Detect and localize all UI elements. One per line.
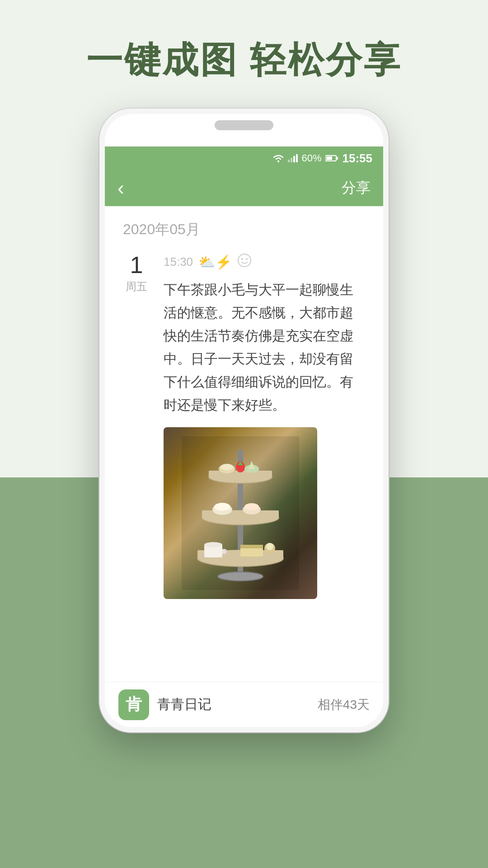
entry-meta: 15:30 ⛅⚡ <box>164 253 365 271</box>
svg-point-9 <box>241 258 243 260</box>
date-number: 1 <box>123 253 150 277</box>
footer-days: 相伴43天 <box>318 696 370 713</box>
status-time: 15:55 <box>343 151 373 165</box>
app-logo-char: 肯 <box>126 693 142 716</box>
app-screen: 60% 15:55 ‹ 分享 2020年05月 <box>105 146 383 727</box>
svg-point-0 <box>277 160 279 162</box>
battery-icon <box>325 155 338 162</box>
svg-point-20 <box>221 464 233 470</box>
status-icons: 60% <box>272 152 338 164</box>
app-name: 青青日记 <box>157 695 211 714</box>
svg-point-10 <box>246 258 248 260</box>
share-button[interactable]: 分享 <box>342 178 371 198</box>
svg-rect-32 <box>240 545 263 548</box>
headline: 一键成图 轻松分享 <box>0 36 488 85</box>
status-bar: 60% 15:55 <box>105 146 383 170</box>
content-area: 2020年05月 1 周五 15:30 ⛅⚡ <box>105 206 383 613</box>
month-title: 2020年05月 <box>123 220 365 240</box>
svg-point-26 <box>214 503 230 511</box>
svg-rect-3 <box>293 156 295 162</box>
diary-entry: 1 周五 15:30 ⛅⚡ <box>123 253 365 599</box>
date-weekday: 周五 <box>123 279 150 294</box>
svg-rect-7 <box>337 157 338 160</box>
svg-rect-1 <box>288 160 290 162</box>
battery-percent: 60% <box>301 152 321 164</box>
svg-rect-2 <box>291 158 292 162</box>
phone-mockup: 60% 15:55 ‹ 分享 2020年05月 <box>99 108 389 732</box>
svg-rect-4 <box>296 154 298 162</box>
back-button[interactable]: ‹ <box>117 178 124 198</box>
svg-point-34 <box>266 543 273 550</box>
app-logo: 肯 <box>118 689 149 720</box>
svg-point-28 <box>244 503 259 510</box>
entry-text: 下午茶跟小毛与大平一起聊慢生活的惬意。无不感慨，大都市超快的生活节奏仿佛是充实在… <box>164 278 365 416</box>
date-column: 1 周五 <box>123 253 150 599</box>
signal-icon <box>288 154 298 162</box>
app-header: ‹ 分享 <box>105 170 383 206</box>
footer-left: 肯 青青日记 <box>118 689 211 720</box>
entry-column: 15:30 ⛅⚡ <box>164 253 365 599</box>
phone-inner: 60% 15:55 ‹ 分享 2020年05月 <box>105 114 383 727</box>
entry-time: 15:30 <box>164 255 193 269</box>
mood-icon <box>237 253 252 271</box>
svg-rect-31 <box>240 547 263 557</box>
phone-speaker <box>215 120 273 130</box>
weather-icon: ⛅⚡ <box>198 254 232 270</box>
svg-rect-6 <box>326 156 332 160</box>
svg-point-30 <box>204 542 222 547</box>
svg-point-8 <box>238 254 251 267</box>
tea-photo <box>164 427 317 599</box>
tea-stand-svg <box>182 436 299 590</box>
app-footer: 肯 青青日记 相伴43天 <box>105 682 383 727</box>
svg-point-35 <box>218 572 263 581</box>
wifi-icon <box>272 154 284 163</box>
